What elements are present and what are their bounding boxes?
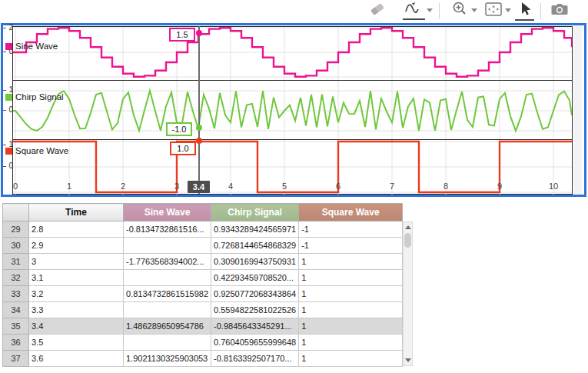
data-cell[interactable]: 0.5594822581022526 [211, 302, 299, 318]
table-row[interactable]: 343.30.55948225810225261 [3, 302, 403, 318]
table-row[interactable]: 333.20.81347328615159820.925077206834386… [3, 286, 403, 302]
data-cell[interactable] [124, 302, 211, 318]
table-row[interactable]: 323.10.42293459708520...1 [3, 270, 403, 286]
data-cell[interactable]: -0.8134732861516... [124, 221, 211, 238]
x-tick-label: 1 [61, 182, 77, 191]
row-number-cell[interactable]: 33 [3, 286, 29, 302]
subplot-sine-wave[interactable] [13, 27, 572, 81]
zoom-dropdown-caret[interactable] [471, 8, 477, 12]
cursor-value-square: 1.0 [170, 142, 196, 155]
data-cell[interactable]: 2.8 [29, 221, 124, 238]
table-scrollbar[interactable] [403, 221, 413, 366]
zoom-in-button[interactable] [450, 2, 470, 20]
data-cell[interactable]: 1 [299, 270, 403, 286]
table-row[interactable]: 363.50.76040596559996481 [3, 335, 403, 351]
data-cursor-line[interactable] [198, 26, 200, 194]
data-cell[interactable]: -0.8163392507170... [211, 351, 299, 367]
sine-curve-icon [404, 2, 423, 20]
snapshot-button[interactable] [550, 2, 570, 20]
fit-dropdown-caret[interactable] [505, 8, 511, 12]
fit-to-view-button[interactable] [483, 2, 503, 20]
row-number-cell[interactable]: 29 [3, 221, 29, 238]
eraser-button[interactable] [367, 2, 387, 20]
data-cell[interactable]: 1.486289650954786 [124, 318, 211, 335]
signal-trace-active-underline [403, 18, 425, 20]
data-cell[interactable]: 0.3090169943750931 [211, 254, 299, 270]
row-number-cell[interactable]: 34 [3, 302, 29, 318]
zoom-in-icon [451, 1, 468, 21]
x-tick-label: 8 [438, 182, 453, 191]
pointer-tool-button[interactable] [516, 2, 536, 20]
signal-scope-window: 2 0 1 0 1 0 Sine Wave Chirp Signal Squar… [0, 0, 588, 373]
signal-trace-tool-button[interactable] [404, 2, 424, 20]
data-cell[interactable]: -1 [299, 238, 403, 254]
data-cell[interactable]: 0.7268144654868329 [211, 238, 299, 254]
scrollbar-thumb[interactable] [404, 233, 411, 248]
data-cell[interactable]: 2.9 [29, 238, 124, 254]
table-row[interactable]: 353.41.486289650954786-0.9845643345291..… [3, 318, 403, 335]
row-number-cell[interactable]: 32 [3, 270, 29, 286]
row-number-cell[interactable]: 36 [3, 335, 29, 351]
data-cell[interactable] [124, 270, 211, 286]
data-cell[interactable]: -0.9845643345291... [211, 318, 299, 335]
data-cell[interactable]: 1 [299, 302, 403, 318]
data-cell[interactable]: 0.7604059655999648 [211, 335, 299, 351]
data-cell[interactable]: 1 [299, 254, 403, 270]
legend-swatch-sine-wave [5, 43, 12, 50]
data-cell[interactable]: 1 [299, 335, 403, 351]
legend-swatch-chirp-signal [5, 94, 12, 101]
data-cell[interactable]: -1 [299, 221, 403, 238]
signal-trace-dropdown-caret[interactable] [427, 8, 433, 12]
data-cell[interactable] [124, 335, 211, 351]
data-cell[interactable] [124, 238, 211, 254]
data-cell[interactable]: 0.9250772068343864 [211, 286, 299, 302]
table-row[interactable]: 302.90.7268144654868329-1 [3, 238, 403, 254]
plot-right-gutter [573, 25, 582, 195]
data-cell[interactable]: 0.42293459708520... [211, 270, 299, 286]
subplot-square-wave[interactable] [13, 140, 572, 195]
subplot-chirp-signal[interactable] [13, 81, 572, 140]
data-cell[interactable]: 0.8134732861515982 [124, 286, 211, 302]
fit-to-view-icon [484, 2, 503, 20]
data-cell[interactable]: 3.2 [29, 286, 124, 302]
data-cell[interactable]: 1 [299, 351, 403, 367]
data-cell[interactable]: 3 [29, 254, 124, 270]
data-cell[interactable]: 0.9343289424565971 [211, 221, 299, 238]
y-tick-label: 1 [6, 86, 13, 94]
scroll-down-button[interactable] [404, 355, 412, 365]
scroll-down-icon [405, 358, 411, 362]
row-number-cell[interactable]: 35 [3, 318, 29, 335]
data-cell[interactable]: 1 [299, 286, 403, 302]
legend-label-sine-wave: Sine Wave [15, 42, 58, 51]
cursor-marker-chirp [196, 125, 202, 131]
data-cell[interactable]: 1 [299, 318, 403, 335]
table-row[interactable]: 292.8-0.8134732861516...0.93432894245659… [3, 221, 403, 238]
data-cell[interactable]: 1.9021130325903053 [124, 351, 211, 367]
legend-label-square-wave: Square Wave [15, 146, 68, 155]
data-cell[interactable]: 3.3 [29, 302, 124, 318]
column-header-square-wave: Square Wave [299, 204, 403, 221]
legend-label-chirp-signal: Chirp Signal [15, 92, 64, 102]
column-header-sine-wave: Sine Wave [124, 204, 211, 221]
y-tick-label: 0 [6, 162, 13, 170]
data-cell[interactable]: 3.5 [29, 335, 124, 351]
row-number-cell[interactable]: 30 [3, 238, 29, 254]
plot-toolbar [0, 0, 588, 22]
row-number-cell[interactable]: 31 [3, 254, 29, 270]
data-cell[interactable]: 3.6 [29, 351, 124, 367]
table-corner-cell [3, 204, 29, 221]
plot-area[interactable] [12, 26, 573, 195]
x-tick-label: 4 [223, 182, 238, 191]
x-tick-label: 9 [492, 182, 507, 191]
data-cell[interactable]: 3.1 [29, 270, 124, 286]
row-number-cell[interactable]: 37 [3, 351, 29, 367]
data-cell[interactable]: 3.4 [29, 318, 124, 335]
data-cell[interactable]: -1.7763568394002... [124, 254, 211, 270]
scope-plot-panel[interactable]: 2 0 1 0 1 0 Sine Wave Chirp Signal Squar… [1, 23, 586, 197]
cursor-marker-square [196, 138, 202, 144]
cursor-time-badge[interactable]: 3.4 [188, 181, 210, 193]
table-row[interactable]: 373.61.9021130325903053-0.8163392507170.… [3, 351, 403, 367]
scroll-up-button[interactable] [404, 222, 412, 232]
table-row[interactable]: 313-1.7763568394002...0.3090169943750931… [3, 254, 403, 270]
x-tick-label: 0 [8, 182, 23, 191]
